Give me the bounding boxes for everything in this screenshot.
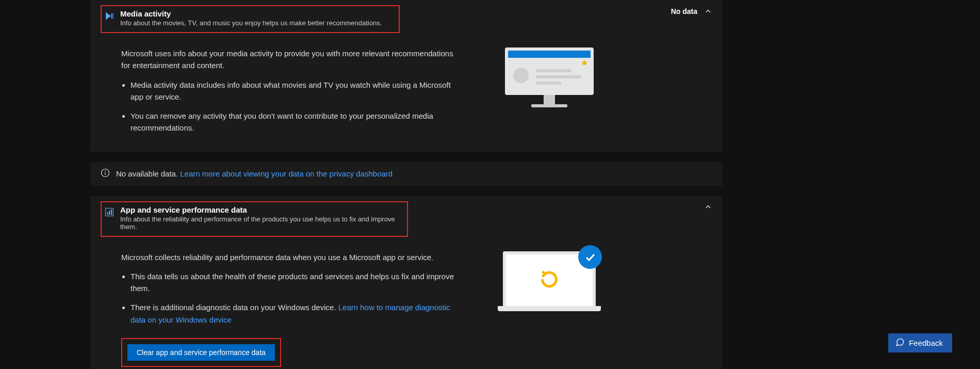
perf-bullet-2-text: There is additional diagnostic data on y… [130, 303, 338, 312]
info-icon [101, 168, 110, 179]
media-bullet-2: You can remove any activity that you don… [130, 110, 462, 134]
clear-perf-button[interactable]: Clear app and service performance data [127, 344, 275, 361]
media-activity-card: Media activity Info about the movies, TV… [90, 0, 722, 152]
svg-marker-0 [106, 13, 110, 19]
media-bullet-1: Media activity data includes info about … [130, 79, 462, 103]
media-paragraph: Microsoft uses info about your media act… [121, 47, 462, 72]
speech-bubble-icon [895, 338, 905, 348]
chevron-up-icon[interactable] [705, 8, 712, 15]
chevron-up-icon[interactable] [705, 203, 712, 211]
bar-chart-icon [105, 207, 114, 217]
feedback-label: Feedback [909, 339, 943, 347]
svg-rect-9 [111, 209, 112, 215]
perf-card: App and service performance data Info ab… [90, 196, 722, 370]
no-data-notice: No available data. Learn more about view… [90, 162, 722, 186]
media-status: No data [671, 7, 697, 15]
perf-subtitle: Info about the reliability and performan… [120, 215, 402, 231]
notice-link[interactable]: Learn more about viewing your data on th… [180, 169, 393, 178]
svg-point-5 [105, 171, 106, 172]
perf-title: App and service performance data [120, 205, 402, 214]
checkmark-icon [578, 245, 602, 269]
media-subtitle: Info about the movies, TV, and music you… [120, 19, 394, 27]
refresh-icon [539, 269, 560, 291]
media-activity-header[interactable]: Media activity Info about the movies, TV… [90, 0, 722, 38]
perf-paragraph: Microsoft collects reliability and perfo… [121, 251, 462, 263]
perf-illustration [482, 251, 616, 333]
svg-rect-7 [107, 212, 108, 215]
perf-bullet-1: This data tells us about the health of t… [130, 270, 462, 295]
perf-header[interactable]: App and service performance data Info ab… [90, 196, 722, 242]
feedback-button[interactable]: Feedback [888, 333, 952, 352]
media-illustration [482, 47, 616, 141]
notice-text: No available data. [116, 169, 178, 178]
media-icon [105, 11, 114, 21]
svg-rect-8 [109, 211, 110, 215]
media-title: Media activity [120, 9, 394, 18]
